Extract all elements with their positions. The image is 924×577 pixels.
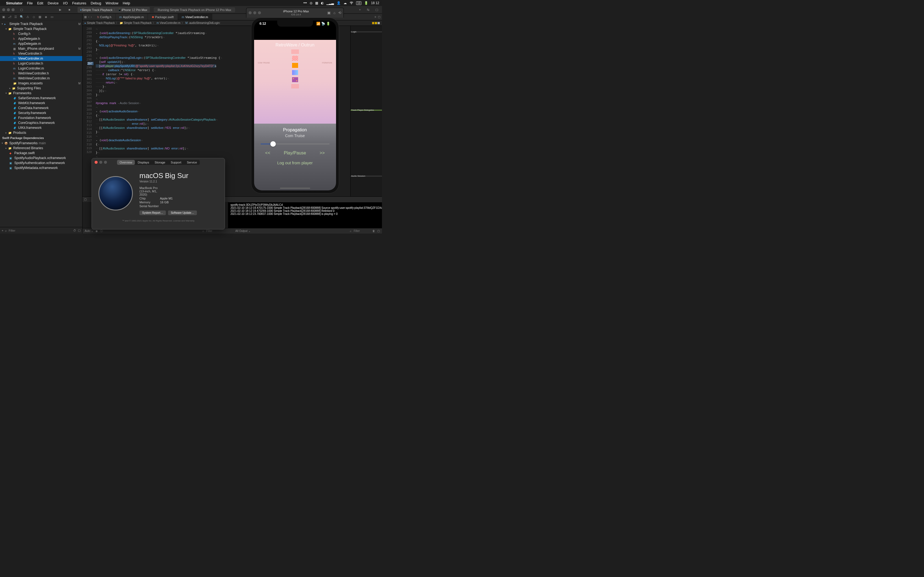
tree-file[interactable]: mAppDelegate.m <box>0 41 82 46</box>
menu-debug[interactable]: Debug <box>91 1 101 5</box>
tree-file[interactable]: mWebViewController.m <box>0 76 82 81</box>
home-icon[interactable]: ⌂ <box>333 11 336 15</box>
navigator-filter-input[interactable] <box>8 229 71 232</box>
menu-window[interactable]: Window <box>106 1 118 5</box>
status-time[interactable]: 18 12 <box>371 1 379 5</box>
tree-project-root[interactable]: ▾▸Simple Track PlaybackM <box>0 21 82 26</box>
status-toggle-icon[interactable]: ◐ <box>321 1 324 5</box>
simulator-titlebar[interactable]: iPhone 12 Pro Max iOS 14.4 ▣ ⌂ ⟲ <box>246 8 344 18</box>
editor-mode-icon[interactable]: ≡ <box>375 15 376 18</box>
status-circle-icon[interactable]: ◎ <box>310 1 312 5</box>
status-wifi-icon[interactable] <box>349 2 354 5</box>
home-indicator[interactable] <box>280 188 310 189</box>
tree-file[interactable]: ▣SpotifyMetadata.xcframework <box>0 165 82 170</box>
tree-file[interactable]: hAppDelegate.h <box>0 36 82 41</box>
status-date[interactable]: 10 <box>356 2 361 5</box>
filter-icon[interactable]: ⌕ <box>350 229 351 232</box>
sim-traffic-lights[interactable] <box>249 11 261 14</box>
breakpoint-nav-icon[interactable]: ◈ <box>44 15 48 19</box>
test-nav-icon[interactable]: ◇ <box>32 15 36 19</box>
tab-service[interactable]: Service <box>184 160 200 165</box>
next-button[interactable]: >> <box>320 151 325 156</box>
tree-group[interactable]: ▾📁Frameworks <box>0 91 82 96</box>
tree-file[interactable]: ▦Main_iPhone.storyboardM <box>0 46 82 51</box>
tree-file[interactable]: 🧳SafariServices.framework <box>0 96 82 101</box>
tab-storage[interactable]: Storage <box>152 160 168 165</box>
report-nav-icon[interactable]: ▭ <box>50 15 54 19</box>
tree-file[interactable]: 🧳Security.framework <box>0 110 82 115</box>
stop-button[interactable]: ■ <box>68 8 70 11</box>
tree-file[interactable]: 🧳WebKit.framework <box>0 101 82 105</box>
library-button[interactable]: ⇆ <box>367 8 369 11</box>
menu-features[interactable]: Features <box>72 1 86 5</box>
slider-thumb[interactable] <box>270 141 276 147</box>
tree-group[interactable]: ▸📁Supporting Files <box>0 86 82 91</box>
nav-fwd-icon[interactable]: › <box>91 15 92 18</box>
prev-button[interactable]: << <box>265 151 270 156</box>
vars-filter-input[interactable] <box>206 229 223 232</box>
tab-package[interactable]: ◆Package.swift <box>148 14 178 20</box>
tree-file[interactable]: ▣SpotifyAuthentication.xcframework <box>0 160 82 165</box>
tree-file[interactable]: 🧳UIKit.framework <box>0 125 82 130</box>
filter-icon[interactable]: ⌕ <box>5 229 7 232</box>
navigator-selector[interactable]: ▣ ⎇ ☰ 🔍 ⚠ ◇ ▦ ◈ ▭ <box>0 14 82 20</box>
debug-nav-icon[interactable]: ▦ <box>38 15 42 19</box>
status-cloud-icon[interactable]: ☁ <box>344 1 347 5</box>
simulator-window[interactable]: iPhone 12 Pro Max iOS 14.4 ▣ ⌂ ⟲ 6:12 📶 … <box>246 8 344 211</box>
tree-file[interactable]: 🧳CoreData.framework <box>0 105 82 110</box>
source-control-nav-icon[interactable]: ⎇ <box>8 15 11 19</box>
tree-file[interactable]: hLoginController.h <box>0 61 82 66</box>
tree-group[interactable]: ▾📁Simple Track Playback <box>0 26 82 31</box>
device-screen[interactable]: 6:12 📶 📡 🔋 COM TRUISE ITERATION RetroWav… <box>254 21 336 190</box>
tab-overview[interactable]: Overview <box>117 160 135 165</box>
minimap[interactable]: Logic Track Player Delegates Audio Sessi… <box>351 26 382 197</box>
info-icon[interactable]: ⓘ <box>100 229 103 233</box>
screenshot-icon[interactable]: ▣ <box>327 11 331 15</box>
tab-support[interactable]: Support <box>168 160 184 165</box>
sidebar-toggle-icon[interactable]: ▢ <box>20 8 23 11</box>
related-items-icon[interactable]: ▦ <box>84 15 87 18</box>
tree-file[interactable]: mLoginController.m <box>0 66 82 71</box>
menu-io[interactable]: I/O <box>63 1 68 5</box>
tree-group[interactable]: ▸📁Referenced Binaries <box>0 146 82 151</box>
tree-file[interactable]: hViewController.h <box>0 51 82 56</box>
add-button[interactable]: + <box>359 8 361 11</box>
logout-button[interactable]: Log out from player <box>258 160 332 165</box>
tab-config[interactable]: hConfig.h <box>94 14 115 20</box>
project-nav-icon[interactable]: ▣ <box>2 15 5 19</box>
menu-help[interactable]: Help <box>123 1 130 5</box>
about-tabs[interactable]: Overview Displays Storage Support Servic… <box>117 160 200 165</box>
window-traffic-lights[interactable] <box>2 8 15 11</box>
auto-selector[interactable]: Auto ⌄ <box>85 229 93 232</box>
inspector-toggle-icon[interactable]: ▢ <box>375 8 378 11</box>
status-dots-icon[interactable]: ••• <box>303 1 307 5</box>
output-selector[interactable]: All Output ⌄ <box>236 229 250 232</box>
tree-file[interactable]: ▣SpotifyAudioPlayback.xcframework <box>0 156 82 160</box>
rotate-icon[interactable]: ⟲ <box>338 11 341 15</box>
status-grid-icon[interactable]: ▦ <box>315 1 318 5</box>
console-filter-input[interactable] <box>354 229 370 232</box>
adjust-editor-icon[interactable]: ▢ <box>378 15 380 18</box>
about-window[interactable]: Overview Displays Storage Support Servic… <box>92 158 225 229</box>
software-update-button[interactable]: Software Update… <box>168 211 197 215</box>
eye-icon[interactable]: ◉ <box>95 229 98 232</box>
scheme-selector[interactable]: ▸ Simple Track Playback 〉 📱 iPhone 12 Pr… <box>78 7 150 13</box>
clock-icon[interactable]: ⏱ <box>73 229 76 232</box>
trash-icon[interactable]: 🗑 <box>372 229 375 232</box>
tree-file[interactable]: 📁Images.xcassetsM <box>0 81 82 86</box>
status-battery-icon[interactable]: 🔋 <box>364 1 368 5</box>
menu-device[interactable]: Device <box>48 1 58 5</box>
issue-nav-icon[interactable]: ⚠ <box>26 15 30 19</box>
tree-group[interactable]: ▸📁Products <box>0 130 82 135</box>
about-titlebar[interactable]: Overview Displays Storage Support Servic… <box>92 158 225 166</box>
tree-file[interactable]: hWebViewController.h <box>0 71 82 76</box>
progress-slider[interactable] <box>261 141 330 147</box>
tree-package[interactable]: ▾📦SpotifyFrameworks main <box>0 141 82 146</box>
filter-icon[interactable]: ⌕ <box>202 229 204 232</box>
tree-file[interactable]: 🧳Foundation.framework <box>0 115 82 120</box>
scope-icon[interactable]: ▢ <box>78 229 81 232</box>
run-button[interactable]: ▶ <box>59 8 61 11</box>
status-graph-icon[interactable]: ▁▂▃ <box>326 1 334 5</box>
project-navigator-tree[interactable]: ▾▸Simple Track PlaybackM ▾📁Simple Track … <box>0 20 82 227</box>
status-user-icon[interactable]: 👤 <box>337 1 341 5</box>
